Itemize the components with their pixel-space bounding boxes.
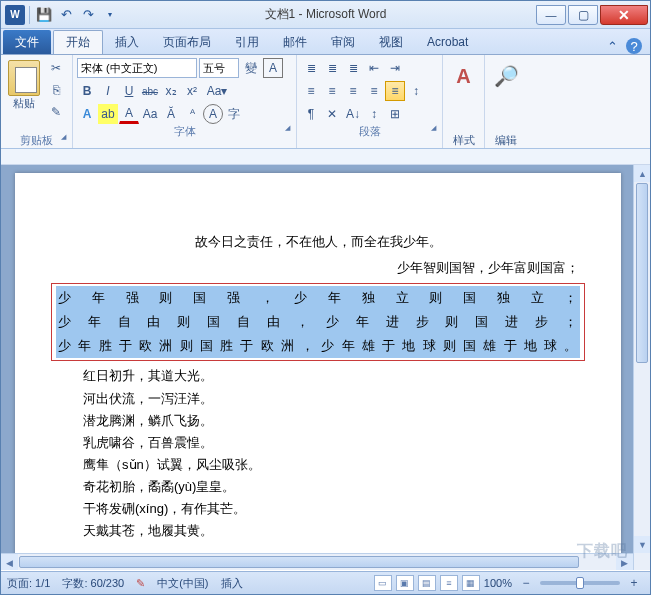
minimize-ribbon-icon[interactable]: ⌃: [604, 38, 620, 54]
styles-icon[interactable]: A: [447, 58, 480, 94]
maximize-button[interactable]: ▢: [568, 5, 598, 25]
doc-line[interactable]: 天戴其苍，地履其黄。: [57, 520, 579, 542]
help-icon[interactable]: ?: [626, 38, 642, 54]
scroll-right-icon[interactable]: ▶: [616, 554, 633, 570]
distributed-button[interactable]: ≡: [385, 81, 405, 101]
selected-text[interactable]: 少 年 强 则 国 强 ， 少 年 独 立 则 国 独 立 ；: [56, 286, 580, 310]
show-marks-button[interactable]: ¶: [301, 104, 321, 124]
strike-button[interactable]: abc: [140, 81, 160, 101]
proofing-icon[interactable]: ✎: [136, 577, 145, 590]
scroll-thumb[interactable]: [19, 556, 579, 568]
shrink-a-button[interactable]: ᴬ: [182, 104, 202, 124]
borders-button[interactable]: ⊞: [385, 104, 405, 124]
view-outline-button[interactable]: ≡: [440, 575, 458, 591]
doc-line[interactable]: 干将发硎(xíng)，有作其芒。: [57, 498, 579, 520]
status-page[interactable]: 页面: 1/1: [7, 576, 50, 591]
scroll-left-icon[interactable]: ◀: [1, 554, 18, 570]
find-icon[interactable]: 🔎: [489, 58, 523, 94]
char-shading-button[interactable]: 字: [224, 104, 244, 124]
status-language[interactable]: 中文(中国): [157, 576, 208, 591]
tab-home[interactable]: 开始: [53, 30, 103, 54]
grow-a-button[interactable]: Ă: [161, 104, 181, 124]
text-effect-button[interactable]: A: [77, 104, 97, 124]
grow-font-button[interactable]: 變: [241, 58, 261, 78]
styles-label[interactable]: 样式: [447, 133, 480, 148]
minimize-button[interactable]: —: [536, 5, 566, 25]
paste-label[interactable]: 粘贴: [5, 96, 43, 111]
char-scale-button[interactable]: Aa: [140, 104, 160, 124]
redo-button[interactable]: ↷: [78, 5, 98, 25]
line-spacing-button[interactable]: ↕: [406, 81, 426, 101]
justify-button[interactable]: ≡: [364, 81, 384, 101]
italic-button[interactable]: I: [98, 81, 118, 101]
sort-button[interactable]: ✕: [322, 104, 342, 124]
superscript-button[interactable]: x²: [182, 81, 202, 101]
zoom-thumb[interactable]: [576, 577, 584, 589]
view-print-button[interactable]: ▭: [374, 575, 392, 591]
scroll-up-icon[interactable]: ▲: [634, 165, 650, 182]
align-center-button[interactable]: ≡: [322, 81, 342, 101]
bullets-button[interactable]: ≣: [301, 58, 321, 78]
word-icon[interactable]: W: [5, 5, 25, 25]
save-button[interactable]: 💾: [34, 5, 54, 25]
char-border-button[interactable]: A: [263, 58, 283, 78]
doc-line[interactable]: 鹰隼（sǔn）试翼，风尘吸张。: [57, 454, 579, 476]
selected-text[interactable]: 少 年 自 由 则 国 自 由 ， 少 年 进 步 则 国 进 步 ；: [56, 310, 580, 334]
decrease-indent-button[interactable]: ⇤: [364, 58, 384, 78]
font-name-combo[interactable]: 宋体 (中文正文): [77, 58, 197, 78]
increase-indent-button[interactable]: ⇥: [385, 58, 405, 78]
editing-label[interactable]: 编辑: [489, 133, 523, 148]
numbering-button[interactable]: ≣: [322, 58, 342, 78]
doc-line[interactable]: 潜龙腾渊，鳞爪飞扬。: [57, 410, 579, 432]
paste-icon[interactable]: [8, 60, 40, 96]
subscript-button[interactable]: x₂: [161, 81, 181, 101]
tab-file[interactable]: 文件: [3, 30, 51, 54]
doc-line[interactable]: 红日初升，其道大光。: [57, 365, 579, 387]
para-spacing-button[interactable]: ↕: [364, 104, 384, 124]
doc-line-right[interactable]: 少年智则国智，少年富则国富；: [57, 257, 579, 279]
font-size-combo[interactable]: 五号: [199, 58, 239, 78]
horizontal-scrollbar[interactable]: ◀ ▶: [1, 553, 633, 570]
selected-text[interactable]: 少 年 胜 于 欧 洲 则 国 胜 于 欧 洲 ， 少 年 雄 于 地 球 则 …: [56, 334, 580, 358]
scroll-down-icon[interactable]: ▼: [634, 536, 650, 553]
doc-line[interactable]: 奇花初胎，矞矞(yù)皇皇。: [57, 476, 579, 498]
doc-line[interactable]: 河出伏流，一泻汪洋。: [57, 388, 579, 410]
view-read-button[interactable]: ▣: [396, 575, 414, 591]
multilevel-button[interactable]: ≣: [343, 58, 363, 78]
ruler[interactable]: [1, 149, 650, 165]
highlight-button[interactable]: ab: [98, 104, 118, 124]
vertical-scrollbar[interactable]: ▲ ▼: [633, 165, 650, 570]
zoom-in-button[interactable]: +: [624, 573, 644, 593]
zoom-out-button[interactable]: −: [516, 573, 536, 593]
zoom-slider[interactable]: [540, 581, 620, 585]
tab-layout[interactable]: 页面布局: [151, 30, 223, 54]
cut-button[interactable]: ✂: [46, 58, 66, 78]
undo-button[interactable]: ↶: [56, 5, 76, 25]
change-case-button[interactable]: Aa▾: [203, 81, 231, 101]
tab-review[interactable]: 审阅: [319, 30, 367, 54]
font-color-button[interactable]: A: [119, 104, 139, 124]
bold-button[interactable]: B: [77, 81, 97, 101]
tab-view[interactable]: 视图: [367, 30, 415, 54]
scroll-thumb[interactable]: [636, 183, 648, 363]
enclose-char-button[interactable]: A: [203, 104, 223, 124]
tab-acrobat[interactable]: Acrobat: [415, 30, 480, 54]
doc-line[interactable]: 乳虎啸谷，百兽震惶。: [57, 432, 579, 454]
underline-button[interactable]: U: [119, 81, 139, 101]
para-sort-button[interactable]: A↓: [343, 104, 363, 124]
status-words[interactable]: 字数: 60/230: [62, 576, 124, 591]
tab-mail[interactable]: 邮件: [271, 30, 319, 54]
copy-button[interactable]: ⎘: [46, 80, 66, 100]
doc-line-center[interactable]: 故今日之责任，不在他人，而全在我少年。: [57, 231, 579, 253]
view-draft-button[interactable]: ▦: [462, 575, 480, 591]
align-left-button[interactable]: ≡: [301, 81, 321, 101]
tab-insert[interactable]: 插入: [103, 30, 151, 54]
view-web-button[interactable]: ▤: [418, 575, 436, 591]
zoom-level[interactable]: 100%: [484, 577, 512, 589]
qat-more-button[interactable]: ▾: [100, 5, 120, 25]
align-right-button[interactable]: ≡: [343, 81, 363, 101]
close-button[interactable]: ✕: [600, 5, 648, 25]
format-painter-button[interactable]: ✎: [46, 102, 66, 122]
document-page[interactable]: 故今日之责任，不在他人，而全在我少年。 少年智则国智，少年富则国富； 少 年 强…: [15, 173, 621, 570]
tab-references[interactable]: 引用: [223, 30, 271, 54]
